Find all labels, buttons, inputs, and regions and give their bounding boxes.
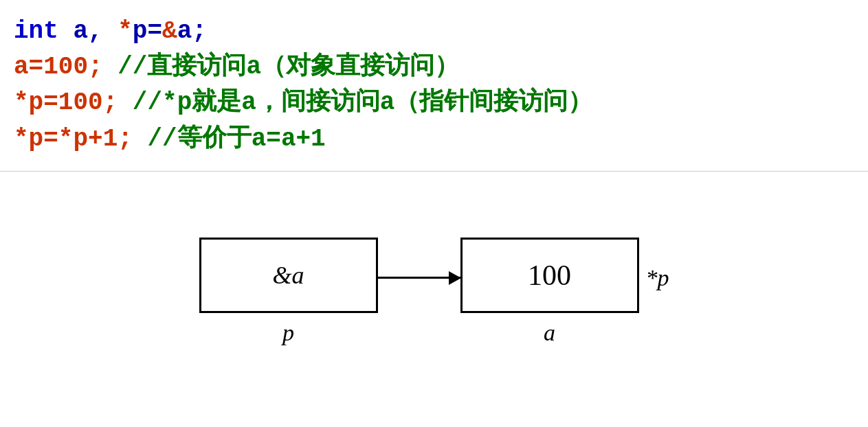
side-label-star-p: *p — [646, 265, 669, 291]
comment-2: //直接访问a（对象直接访问） — [103, 53, 459, 81]
code-line-4: *p=*p+1; //等价于a=a+1 — [14, 122, 847, 157]
p-eq-100: p=100; — [29, 89, 118, 117]
code-line-2: a=100; //直接访问a（对象直接访问） — [14, 49, 847, 85]
code-line-1: int a, *p=&a; — [14, 14, 847, 49]
p-eq-4: p= — [29, 125, 58, 153]
box-a-container: 100 a — [460, 238, 639, 346]
box-a-value: 100 — [528, 259, 571, 292]
label-a: a — [544, 320, 555, 346]
star-1: * — [118, 17, 133, 45]
semi-1: ; — [192, 17, 207, 45]
label-p: p — [282, 320, 294, 346]
star-p-3: * — [14, 89, 29, 117]
box-a: 100 — [460, 238, 639, 313]
p-eq: p= — [133, 17, 162, 45]
star-p-4a: * — [14, 125, 29, 153]
box-p-container: &a p — [199, 238, 378, 346]
amp: & — [162, 17, 177, 45]
pointer-diagram: &a p 100 a *p — [199, 238, 669, 346]
code-section: int a, *p=&a; a=100; //直接访问a（对象直接访问） *p=… — [0, 0, 868, 172]
arrow — [378, 277, 460, 279]
a-eq-100: a=100; — [14, 53, 103, 81]
box-p-value: &a — [272, 261, 304, 290]
code-line-3: *p=100; //*p就是a，间接访问a（指针间接访问） — [14, 85, 847, 121]
p-plus: p+1; — [73, 125, 132, 153]
box-p: &a — [199, 238, 378, 313]
star-p-4b: * — [58, 125, 74, 153]
a-ref: a — [177, 17, 192, 45]
diagram-section: &a p 100 a *p — [0, 172, 868, 398]
keyword-int: int — [14, 17, 58, 45]
comment-4: //等价于a=a+1 — [133, 125, 326, 153]
var-a-decl: a, — [58, 17, 118, 45]
comment-3: //*p就是a，间接访问a（指针间接访问） — [118, 89, 592, 117]
arrow-line — [378, 277, 460, 279]
